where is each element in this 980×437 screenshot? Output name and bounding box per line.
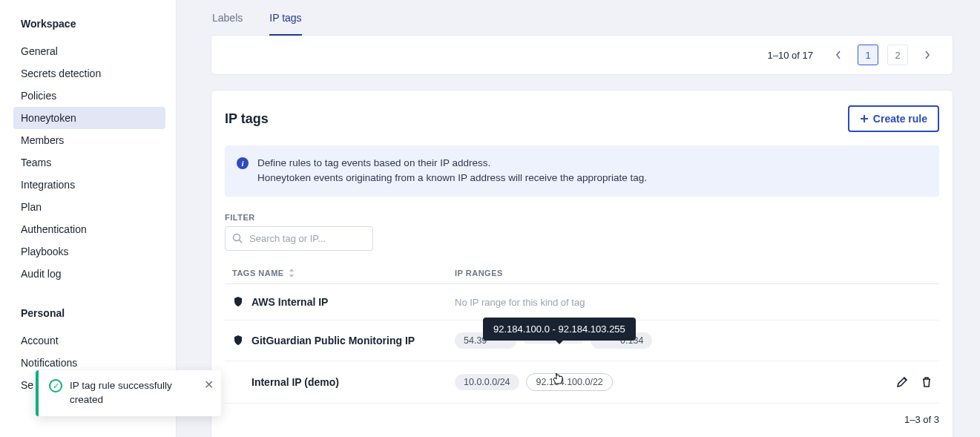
sidebar-item-playbooks[interactable]: Playbooks [13,240,165,263]
shield-icon [232,335,244,346]
sidebar-item-secrets-detection[interactable]: Secrets detection [13,62,165,85]
paginator-next[interactable] [917,45,938,65]
sidebar-item-teams[interactable]: Teams [13,151,165,174]
main-content: Labels IP tags 1–10 of 17 1 2 IP tags Cr… [177,0,980,437]
filter-label: FILTER [225,213,939,222]
ip-chip: 10.0.0.0/24 [455,374,519,390]
edit-button[interactable] [896,376,908,388]
ip-tags-card: IP tags Create rule i Define rules to ta… [211,90,953,437]
row-name: AWS Internal IP [251,296,328,308]
sidebar-item-integrations[interactable]: Integrations [13,174,165,196]
top-paginator-card: 1–10 of 17 1 2 [211,36,953,75]
paginator-prev[interactable] [828,45,849,65]
ip-range-tooltip: 92.184.100.0 - 92.184.103.255 [483,318,636,341]
plus-icon [860,114,869,123]
column-ip-ranges: IP RANGES [455,269,872,277]
shield-icon [232,296,244,308]
trash-icon [921,376,932,388]
svg-point-0 [234,234,240,241]
info-banner: i Define rules to tag events based on th… [225,145,939,197]
row-name: GitGuardian Public Monitoring IP [251,335,415,346]
success-toast: ✓ IP tag rule successfully created ✕ [36,370,221,416]
sidebar-item-honeytoken[interactable]: Honeytoken [13,107,165,129]
info-line-2: Honeytoken events originating from a kno… [257,171,647,185]
create-rule-button[interactable]: Create rule [848,105,939,132]
tabs: Labels IP tags [211,0,953,36]
no-range-text: No IP range for this kind of tag [455,297,585,308]
filter-input[interactable] [225,226,373,251]
sidebar-item-members[interactable]: Members [13,129,165,151]
table-row: AWS Internal IP No IP range for this kin… [225,284,939,321]
check-circle-icon: ✓ [49,379,62,392]
paginator-page-2[interactable]: 2 [887,45,908,65]
sidebar-item-policies[interactable]: Policies [13,85,165,107]
tab-labels[interactable]: Labels [212,0,243,35]
sidebar-group-title-personal: Personal [21,307,165,319]
ip-chip[interactable]: 92.184.100.0/22 [526,373,612,391]
tab-ip-tags[interactable]: IP tags [269,0,301,36]
paginator-range: 1–10 of 17 [768,50,813,61]
chevron-right-icon [924,50,930,59]
sidebar-item-account[interactable]: Account [13,329,165,352]
card-title: IP tags [225,111,269,127]
toast-close-button[interactable]: ✕ [204,378,214,392]
table-header: TAGS NAME IP RANGES [225,263,939,284]
paginator-page-1[interactable]: 1 [858,45,878,65]
footer-range: 1–3 of 3 [904,414,939,425]
sidebar-item-plan[interactable]: Plan [13,196,165,218]
toast-message: IP tag rule successfully created [70,379,191,407]
sidebar-item-audit-log[interactable]: Audit log [13,263,165,285]
sidebar-item-authentication[interactable]: Authentication [13,218,165,240]
table-row: GitGuardian Public Monitoring IP 54.39 0… [225,321,939,361]
search-icon [232,233,243,243]
info-line-1: Define rules to tag events based on thei… [257,156,647,171]
delete-button[interactable] [921,376,932,388]
create-rule-label: Create rule [873,113,927,125]
column-tags-name[interactable]: TAGS NAME [232,269,284,277]
sidebar-group-title-workspace: Workspace [21,18,165,30]
table-row: Internal IP (demo) 10.0.0.0/24 92.184.10… [225,361,939,404]
row-name: Internal IP (demo) [251,376,339,388]
sidebar-item-general[interactable]: General [13,40,165,62]
sort-icon[interactable] [289,269,295,277]
filter-input-wrap [225,226,373,251]
chevron-left-icon [835,50,841,59]
sidebar-group-workspace: Workspace General Secrets detection Poli… [21,18,165,285]
info-icon: i [237,157,249,169]
pencil-icon [896,376,908,388]
